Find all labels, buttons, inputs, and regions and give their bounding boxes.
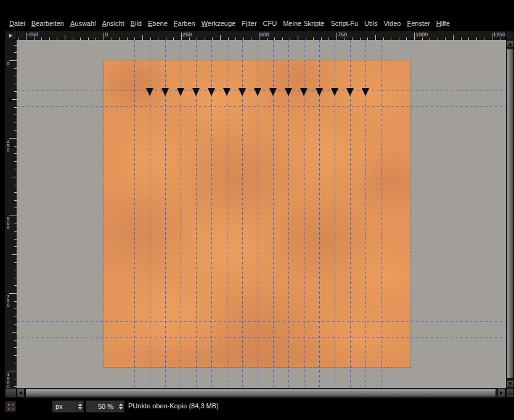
ruler-tick	[12, 177, 17, 177]
unit-select[interactable]: px	[52, 400, 84, 413]
arrow-right-icon	[500, 391, 503, 395]
gimp-window: DateiBearbeitenAuswahlAnsichtBildEbeneFa…	[0, 0, 514, 420]
ruler-label: 1250	[493, 31, 505, 38]
arrow-down-icon	[508, 382, 512, 386]
bottom-left-corner-button[interactable]	[5, 388, 17, 398]
menu-item-filter[interactable]: Filter	[239, 18, 259, 29]
guide-horizontal[interactable]	[17, 337, 506, 337]
path-anchor-marker[interactable]	[192, 88, 200, 96]
ruler-label: -250	[27, 31, 38, 38]
vertical-scrollbar-thumb[interactable]	[507, 49, 513, 379]
menu-item-cfu[interactable]: CFU	[260, 18, 280, 29]
ruler-tick	[9, 216, 17, 216]
vertical-ruler[interactable]: 02505007501000	[5, 40, 17, 388]
guide-horizontal[interactable]	[17, 106, 506, 107]
menu-item-datei[interactable]: Datei	[6, 18, 28, 29]
ruler-tick	[9, 138, 17, 139]
ruler-tick	[453, 35, 454, 40]
spinner-down-icon	[78, 407, 82, 410]
menu-item-meine-skripte[interactable]: Meine Skripte	[280, 18, 327, 29]
menu-item-fenster[interactable]: Fenster	[404, 18, 433, 29]
path-anchor-marker[interactable]	[316, 88, 323, 96]
guide-horizontal[interactable]	[17, 321, 506, 322]
scroll-down-button[interactable]	[506, 380, 514, 388]
menu-item-hilfe[interactable]: Hilfe	[433, 18, 453, 29]
ruler-label: 0	[105, 31, 108, 38]
ruler-label: 500	[260, 31, 269, 38]
ruler-tick	[9, 293, 17, 294]
horizontal-ruler[interactable]: -250025050075010001250	[17, 31, 505, 40]
ruler-tick	[181, 33, 182, 40]
canvas-viewport[interactable]	[17, 40, 506, 388]
ruler-label: 750	[7, 294, 14, 307]
ruler-tick	[375, 35, 376, 40]
ruler-tick	[259, 33, 259, 40]
ruler-origin-button[interactable]	[5, 31, 17, 40]
zoom-follow-window-button[interactable]	[506, 31, 514, 40]
path-anchor-marker[interactable]	[208, 88, 215, 96]
path-anchor-marker[interactable]	[362, 88, 369, 96]
navigation-button[interactable]	[506, 388, 514, 398]
path-anchor-marker[interactable]	[346, 88, 354, 96]
path-anchor-marker[interactable]	[223, 88, 230, 96]
vertical-scrollbar[interactable]	[506, 40, 514, 388]
ruler-tick	[12, 254, 17, 255]
ruler-tick	[65, 35, 65, 40]
unit-select-value: px	[52, 403, 76, 410]
ruler-label: 750	[338, 31, 347, 38]
ruler-tick	[26, 33, 27, 40]
menu-item-werkzeuge[interactable]: Werkzeuge	[198, 18, 239, 29]
scroll-left-button[interactable]	[17, 388, 25, 398]
path-anchor-marker[interactable]	[331, 88, 338, 96]
guide-horizontal[interactable]	[17, 91, 506, 91]
path-anchor-marker[interactable]	[285, 88, 292, 96]
arrow-left-icon	[19, 391, 22, 395]
menu-item-ansicht[interactable]: Ansicht	[99, 18, 128, 29]
path-anchor-marker[interactable]	[177, 88, 184, 96]
status-bar: px 50 % PUnkte oben-Kopie (84,3 MB)	[0, 398, 514, 420]
ruler-tick	[298, 35, 298, 40]
ruler-tick	[9, 371, 17, 371]
menu-item-bearbeiten[interactable]: Bearbeiten	[28, 18, 67, 29]
quick-mask-button[interactable]	[5, 401, 16, 412]
menu-item-auswahl[interactable]: Auswahl	[67, 18, 99, 29]
navigation-cross-icon	[507, 390, 513, 396]
spinner-down-icon	[119, 407, 123, 410]
ruler-label: 250	[182, 31, 192, 38]
menu-item-utils[interactable]: Utils	[361, 18, 380, 29]
zoom-select[interactable]: 50 %	[86, 400, 124, 413]
menu-item-video[interactable]: Video	[380, 18, 404, 29]
unit-select-spinner[interactable]	[76, 401, 83, 412]
path-anchor-marker[interactable]	[161, 88, 169, 96]
menu-item-farben[interactable]: Farben	[171, 18, 198, 29]
ruler-origin-icon	[9, 34, 12, 38]
guide-vertical[interactable]	[134, 40, 135, 388]
path-anchor-marker[interactable]	[254, 88, 261, 96]
arrow-up-icon	[508, 42, 512, 46]
ruler-tick	[12, 332, 17, 333]
zoom-select-spinner[interactable]	[116, 401, 124, 412]
scroll-up-button[interactable]	[506, 40, 514, 48]
path-anchor-marker[interactable]	[300, 88, 308, 96]
ruler-label: 250	[7, 139, 14, 152]
ruler-tick	[142, 35, 143, 40]
ruler-tick	[9, 60, 17, 61]
path-anchor-marker[interactable]	[269, 88, 277, 96]
menu-item-bild[interactable]: Bild	[128, 18, 145, 29]
guide-vertical[interactable]	[381, 40, 381, 388]
ruler-label: 1000	[7, 372, 14, 388]
scroll-right-button[interactable]	[497, 388, 505, 398]
ruler-tick	[414, 33, 415, 40]
ruler-tick	[220, 35, 221, 40]
menu-item-script-fu[interactable]: Script-Fu	[327, 18, 361, 29]
ruler-label: 0	[7, 62, 14, 66]
horizontal-scrollbar[interactable]	[17, 388, 505, 398]
horizontal-scrollbar-thumb[interactable]	[25, 389, 496, 397]
ruler-position-pointer-icon	[9, 97, 14, 102]
path-anchor-marker[interactable]	[146, 88, 153, 96]
quick-mask-icon	[8, 404, 14, 410]
ruler-tick	[12, 99, 17, 100]
menu-item-ebene[interactable]: Ebene	[145, 18, 171, 29]
ruler-label: 500	[7, 217, 14, 230]
path-anchor-marker[interactable]	[239, 88, 246, 96]
